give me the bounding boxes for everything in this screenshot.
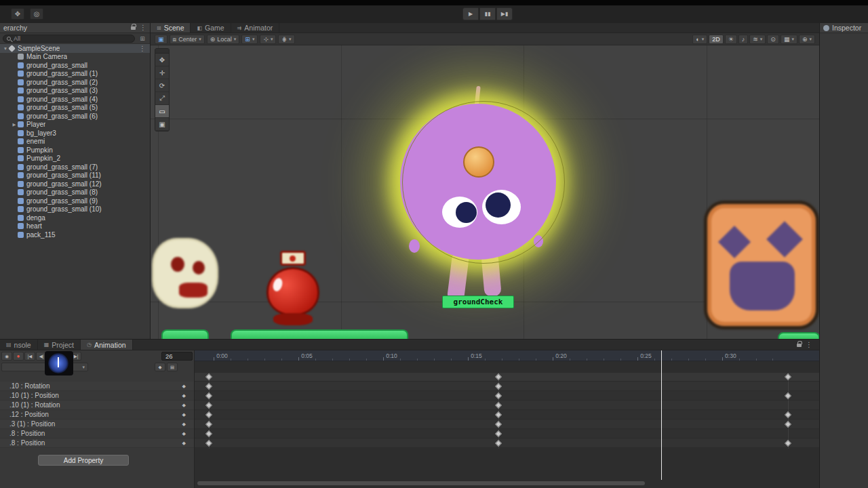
animation-property-row[interactable]: .12 : Position◆ <box>0 410 194 420</box>
hidden-objects-button[interactable]: ⊙ <box>767 35 779 44</box>
pivot-mode-button[interactable]: ⧈Center▾ <box>170 35 205 44</box>
hierarchy-item-denga[interactable]: denga <box>0 214 150 222</box>
hierarchy-item-bg-layer3[interactable]: bg_layer3 <box>0 129 150 138</box>
rect-tool-button[interactable]: ▭ <box>155 105 169 118</box>
dopesheet-row[interactable] <box>195 410 819 420</box>
animation-property-row[interactable]: .10 (1) : Rotation◆ <box>0 401 194 410</box>
animation-property-row[interactable]: .10 : Rotation◆ <box>0 382 194 391</box>
add-property-button[interactable]: Add Property <box>38 455 129 466</box>
add-keyframe-button[interactable]: ◆ <box>155 363 165 371</box>
platform-sprite[interactable] <box>778 332 819 339</box>
expand-arrow-icon[interactable]: ▶ <box>11 122 18 127</box>
rotate-tool-button[interactable]: ⟳ <box>155 79 169 92</box>
first-frame-button[interactable]: |◀ <box>24 352 35 361</box>
record-button[interactable]: ● <box>13 352 24 361</box>
potion-sprite[interactable] <box>260 251 328 329</box>
hierarchy-item-ground-grass-small-10[interactable]: ground_grass_small (10) <box>0 205 150 214</box>
hierarchy-item-ground-grass-small-12[interactable]: ground_grass_small (12) <box>0 180 150 188</box>
lock-icon[interactable] <box>131 26 136 30</box>
platform-sprite[interactable] <box>161 329 209 339</box>
hierarchy-filter-icon[interactable]: ⊞ <box>138 35 147 43</box>
snap-increment-button[interactable]: ⊹▾ <box>260 35 276 44</box>
hierarchy-item-ground-grass-small-3[interactable]: ground_grass_small (3) <box>0 87 150 96</box>
ground-check-label[interactable]: groundCheck <box>442 296 514 308</box>
hierarchy-item-ground-grass-small-2[interactable]: ground_grass_small (2) <box>0 78 150 87</box>
hierarchy-item-pumpkin-2[interactable]: Pumpkin_2 <box>0 155 150 163</box>
transform-tool-button[interactable]: ▣ <box>155 118 169 131</box>
hierarchy-item-ground-grass-small[interactable]: ground_grass_small <box>0 61 150 70</box>
tab-animation[interactable]: ◷Animation <box>81 340 133 350</box>
lock-icon[interactable] <box>797 344 802 347</box>
dopesheet-row[interactable] <box>195 429 819 439</box>
view-effects-button[interactable]: ≋▾ <box>749 35 766 44</box>
panel-menu-icon[interactable]: ⋮ <box>806 342 812 348</box>
animation-property-row[interactable]: .8 : Position◆ <box>0 429 194 439</box>
dopesheet-summary-row[interactable] <box>195 373 819 382</box>
preview-toggle-button[interactable]: ◉ <box>1 352 12 361</box>
move-tool-button[interactable]: ✛ <box>155 66 169 79</box>
dopesheet[interactable]: 0:000:050:100:150:200:250:30 <box>195 350 819 488</box>
item-options-icon[interactable]: ⋮ <box>139 45 150 52</box>
shading-mode-button[interactable]: ◐▾ <box>692 35 707 44</box>
inspector-tab[interactable]: Inspector <box>820 23 868 33</box>
animation-property-row[interactable]: .8 : Position◆ <box>0 439 194 448</box>
hierarchy-item-ground-grass-small-4[interactable]: ground_grass_small (4) <box>0 95 150 104</box>
timeline-playhead[interactable] <box>661 350 662 480</box>
view-2d-button[interactable]: 2D <box>709 35 724 44</box>
dopesheet-row[interactable] <box>195 391 819 401</box>
search-input[interactable]: All <box>3 35 135 43</box>
hierarchy-item-ground-grass-small-9[interactable]: ground_grass_small (9) <box>0 197 150 205</box>
tool-settings-button[interactable]: ▣ <box>155 35 167 44</box>
hierarchy-item-enemi[interactable]: enemi <box>0 138 150 146</box>
camera-gizmo-button[interactable]: ⊕▾ <box>799 35 815 44</box>
scale-tool-button[interactable]: ⤢ <box>155 92 169 105</box>
hierarchy-item-ground-grass-small-11[interactable]: ground_grass_small (11) <box>0 171 150 180</box>
dopesheet-row[interactable] <box>195 420 819 429</box>
animation-property-row[interactable]: .3 (1) : Position◆ <box>0 420 194 429</box>
pan-tool-icon[interactable]: ✥ <box>11 8 24 20</box>
tab-game[interactable]: ◧Game <box>191 23 231 33</box>
hierarchy-item-ground-grass-small-6[interactable]: ground_grass_small (6) <box>0 112 150 121</box>
property-keyframe-icon[interactable]: ◆ <box>182 393 186 399</box>
property-keyframe-icon[interactable]: ◆ <box>182 412 186 418</box>
grid-visibility-button[interactable]: ▦▾ <box>781 35 797 44</box>
view-audio-button[interactable]: ♪ <box>738 35 749 44</box>
grid-snap-button[interactable]: ⊞▾ <box>241 35 258 44</box>
scene-viewport[interactable]: groundCheck ✥✛⟳⤢▭▣ <box>151 45 819 339</box>
hierarchy-item-ground-grass-small-8[interactable]: ground_grass_small (8) <box>0 188 150 197</box>
hierarchy-item-ground-grass-small-1[interactable]: ground_grass_small (1) <box>0 70 150 79</box>
property-keyframe-icon[interactable]: ◆ <box>182 384 186 389</box>
hierarchy-item-pumpkin[interactable]: Pumpkin <box>0 146 150 155</box>
pause-button[interactable]: ▮▮ <box>479 7 496 20</box>
view-lighting-button[interactable]: ☀ <box>725 35 737 44</box>
dopesheet-row[interactable] <box>195 382 819 391</box>
hierarchy-item-samplescene[interactable]: ▼SampleScene⋮ <box>0 44 150 53</box>
platform-sprite[interactable] <box>231 329 408 339</box>
tab-project[interactable]: ▦Project <box>38 340 81 350</box>
pumpkin-sprite[interactable] <box>704 201 819 329</box>
dopesheet-row[interactable] <box>195 439 819 448</box>
frame-field[interactable]: 26 <box>161 352 193 361</box>
circle-collider-gizmo[interactable] <box>402 101 565 264</box>
panel-menu-icon[interactable]: ⋮ <box>140 24 146 31</box>
timeline-scrollbar[interactable] <box>197 481 645 485</box>
snap-settings-button[interactable]: ⋕▾ <box>278 35 294 44</box>
hierarchy-item-heart[interactable]: heart <box>0 222 150 231</box>
play-button[interactable]: ▶ <box>462 7 479 20</box>
property-keyframe-icon[interactable]: ◆ <box>182 441 186 446</box>
add-event-button[interactable]: ▤ <box>167 363 178 371</box>
property-keyframe-icon[interactable]: ◆ <box>182 431 186 436</box>
property-keyframe-icon[interactable]: ◆ <box>182 403 186 408</box>
property-keyframe-icon[interactable]: ◆ <box>182 422 186 427</box>
view-tool-button[interactable]: ✥ <box>155 54 169 66</box>
hierarchy-item-player[interactable]: ▶Player <box>0 121 150 129</box>
tab-scene[interactable]: ⊞Scene <box>151 23 191 33</box>
hierarchy-item-pack-115[interactable]: pack_115 <box>0 230 150 239</box>
dopesheet-row[interactable] <box>195 401 819 410</box>
tab-nsole[interactable]: ▤nsole <box>0 340 38 350</box>
hierarchy-item-ground-grass-small-5[interactable]: ground_grass_small (5) <box>0 104 150 113</box>
pivot-rotation-button[interactable]: ⊛Local▾ <box>207 35 240 44</box>
animation-property-row[interactable]: .10 (1) : Position◆ <box>0 391 194 401</box>
hierarchy-item-ground-grass-small-7[interactable]: ground_grass_small (7) <box>0 163 150 171</box>
tab-animator[interactable]: ⇉Animator <box>231 23 280 33</box>
